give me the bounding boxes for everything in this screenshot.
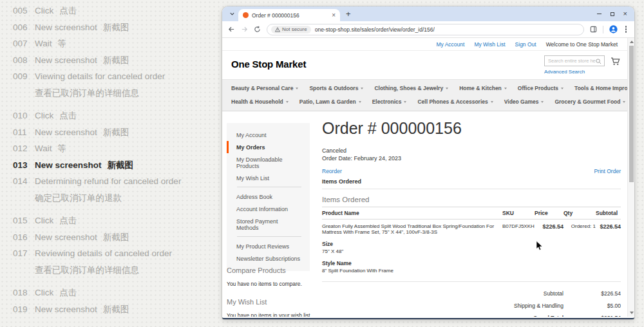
chevron-down-icon [561, 88, 564, 89]
reload-icon[interactable] [254, 26, 261, 33]
advanced-search-link[interactable]: Advanced Search [544, 69, 605, 75]
agent-step-label-en: Click [35, 288, 53, 297]
items-ordered-tab[interactable]: Items Ordered [322, 178, 621, 189]
nav-category-item[interactable]: Tools & Home Improvement [574, 85, 634, 91]
not-secure-chip[interactable]: Not secure [271, 26, 311, 33]
nav-category-label: Sports & Outdoors [309, 85, 358, 91]
print-order-link[interactable]: Print Order [594, 168, 621, 174]
page-scrollbar[interactable] [627, 38, 634, 317]
forward-icon[interactable] [241, 26, 248, 33]
top-link[interactable]: My Account [436, 41, 464, 48]
scrollbar-up-icon[interactable] [630, 41, 634, 43]
agent-step-number: 005 [13, 3, 35, 19]
agent-step-label-en: Reviewing details of canceled order [35, 248, 172, 258]
window-minimize-icon[interactable] [597, 14, 601, 14]
product-qty: Ordered: 1 [564, 220, 596, 282]
new-tab-button[interactable]: + [346, 10, 351, 18]
nav-category-item[interactable]: Patio, Lawn & Garden [299, 98, 361, 105]
scrollbar-down-icon[interactable] [630, 312, 634, 314]
agent-step-text: Click点击 [35, 285, 77, 301]
tab-search-chevron-icon[interactable] [229, 11, 235, 17]
agent-step: 012 Wait等 [13, 140, 219, 157]
nav-category-item[interactable]: Cell Phones & Accessories [417, 98, 493, 105]
profile-avatar-icon[interactable] [609, 25, 618, 33]
agent-step-text: Reviewing details of canceled order查看已取消… [35, 245, 172, 278]
top-link[interactable]: My Wish List [474, 41, 505, 48]
order-totals: Subtotal $226.54 Shipping & Handling $5.… [322, 290, 621, 317]
window-close-icon[interactable]: × [623, 10, 627, 17]
compare-products-block: Compare Products You have no items to co… [227, 266, 323, 287]
sidebar-item[interactable]: My Product Reviews [227, 240, 310, 252]
sidebar-item[interactable]: My Wish List [227, 172, 310, 184]
store-header: One Stop Market Advanced Search [222, 51, 627, 79]
reorder-link[interactable]: Reorder [322, 168, 342, 174]
search-input[interactable] [548, 58, 596, 64]
warning-triangle-icon [275, 27, 280, 32]
scrollbar-thumb[interactable] [629, 46, 634, 182]
nav-category-label: Home & Kitchen [459, 85, 502, 91]
product-subtotal: $226.54 [596, 220, 621, 282]
search-icon[interactable] [596, 55, 601, 67]
browser-menu-icon[interactable] [625, 28, 627, 30]
nav-category-item[interactable]: Video Games [504, 98, 544, 105]
agent-step-label-zh: 新截图 [103, 232, 129, 242]
agent-step: 006 New screenshot新截图 [13, 19, 219, 36]
agent-step-label-zh: 点击 [59, 216, 77, 225]
product-sku: B07DFJ5XKH [502, 220, 535, 282]
col-header-sku: SKU [502, 207, 535, 220]
nav-category-item[interactable]: Electronics [372, 98, 407, 105]
agent-step-label-zh: 点击 [59, 288, 77, 297]
sidebar-item[interactable]: My Orders [227, 141, 310, 153]
top-link[interactable]: Sign Out [515, 41, 536, 48]
agent-step-label-en: New screenshot [35, 127, 97, 137]
table-row: Greaton Fully Assembled Split Wood Tradi… [322, 220, 621, 282]
total-value: $226.54 [564, 290, 621, 297]
sidebar-item[interactable]: Account Information [227, 203, 310, 215]
col-header-price: Price [535, 207, 564, 220]
address-bar[interactable]: Not secure one-stop-shop.site/sales/orde… [267, 24, 584, 35]
cart-icon[interactable] [611, 57, 620, 68]
agent-step-text: Determining refund for canceled order确定已… [35, 173, 181, 206]
browser-tab[interactable]: Order # 000000156 × [238, 9, 340, 21]
nav-category-item[interactable]: Health & Household [231, 98, 289, 105]
nav-category-item[interactable]: Office Products [518, 85, 564, 91]
sidebar-item[interactable]: My Account [227, 129, 310, 141]
side-panel-icon[interactable] [590, 26, 597, 33]
category-nav: Beauty & Personal Care Sports & Outdoors… [222, 79, 627, 111]
agent-step: 018 Click点击 [13, 285, 219, 301]
nav-category-item[interactable]: Sports & Outdoors [309, 85, 363, 91]
chevron-down-icon [296, 88, 298, 89]
agent-step-text: Click点击 [35, 212, 77, 229]
col-header-subtotal: Subtotal [596, 207, 621, 220]
tab-close-icon[interactable]: × [332, 12, 336, 19]
agent-step-number: 013 [13, 157, 35, 174]
agent-step-number: 008 [13, 52, 35, 69]
agent-step-label-en: Wait [35, 39, 52, 48]
agent-step: 015 Click点击 [13, 212, 219, 229]
back-icon[interactable] [228, 26, 235, 33]
agent-step: 010 Click点击 [13, 107, 219, 124]
tab-title: Order # 000000156 [252, 12, 328, 19]
nav-category-item[interactable]: Beauty & Personal Care [231, 85, 298, 91]
agent-step-label-zh: 查看已取消订单的详细信息 [35, 262, 172, 279]
sidebar-item[interactable]: My Downloadable Products [227, 153, 310, 172]
agent-step-text: New screenshot新截图 [35, 52, 129, 69]
nav-category-item[interactable]: Home & Kitchen [459, 85, 507, 91]
sidebar-item[interactable]: Stored Payment Methods [227, 215, 310, 234]
agent-step: 016 New screenshot新截图 [13, 229, 219, 246]
agent-step-label-en: New screenshot [35, 55, 97, 65]
agent-step-label-en: Click [35, 6, 53, 15]
sidebar-item[interactable]: Newsletter Subscriptions [227, 252, 310, 265]
search-area: Advanced Search [544, 55, 605, 75]
agent-step-number: 015 [13, 212, 35, 229]
agent-step: 017 Reviewing details of canceled order查… [13, 245, 219, 278]
nav-category-item[interactable]: Clothing, Shoes & Jewelry [374, 85, 448, 91]
store-logo[interactable]: One Stop Market [231, 59, 306, 70]
sidebar-item[interactable]: Address Book [227, 191, 310, 203]
window-maximize-icon[interactable] [611, 12, 614, 16]
nav-category-item[interactable]: Grocery & Gourmet Food [554, 98, 625, 105]
agent-step-label-zh: 新截图 [103, 304, 129, 314]
not-secure-label: Not secure [282, 26, 307, 32]
agent-step-label-zh: 点击 [59, 111, 77, 120]
agent-step-number: 016 [13, 229, 35, 246]
